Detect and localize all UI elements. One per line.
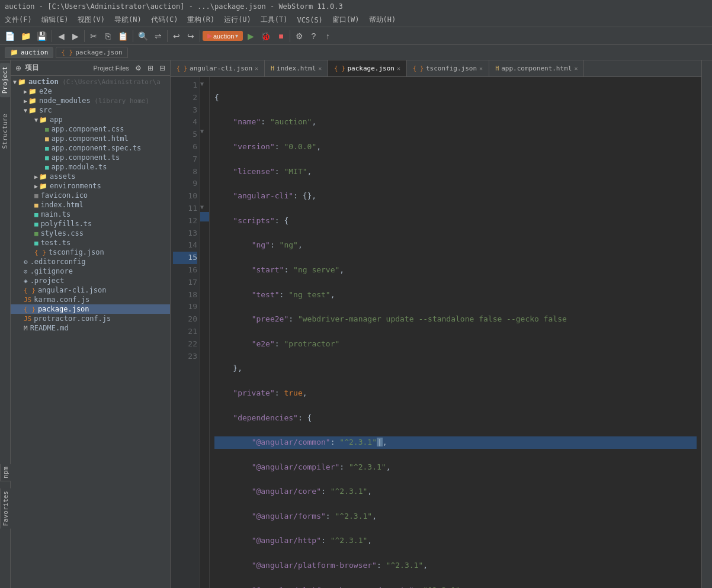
toolbar-sep-1 bbox=[52, 30, 52, 42]
right-side-tabs bbox=[701, 60, 712, 588]
undo-btn[interactable]: ↩ bbox=[170, 30, 183, 43]
search-btn[interactable]: 🔍 bbox=[136, 30, 150, 43]
sidebar-project-files-btn[interactable]: Project Files bbox=[91, 64, 132, 72]
tree-item-angular-cli-json[interactable]: { } angular-cli.json bbox=[11, 285, 170, 295]
gutter-line-22: 22 bbox=[173, 338, 197, 351]
tab-index-html[interactable]: H index.html ✕ bbox=[265, 60, 328, 76]
tree-item-app-component-css[interactable]: ■ app.component.css bbox=[11, 124, 170, 134]
gutter-line-4: 4 bbox=[173, 116, 197, 128]
menu-run[interactable]: 运行(U) bbox=[219, 14, 256, 26]
tree-item-main-ts[interactable]: ■ main.ts bbox=[11, 210, 170, 219]
menu-refactor[interactable]: 重构(R) bbox=[182, 14, 219, 26]
tree-item-app-component-spec[interactable]: ■ app.component.spec.ts bbox=[11, 143, 170, 153]
code-line-20: "@angular/platform-browser": "^2.3.1", bbox=[214, 560, 697, 572]
tree-item-assets[interactable]: ▶ 📁 assets bbox=[11, 172, 170, 181]
tab-package-json-close[interactable]: ✕ bbox=[397, 65, 400, 72]
open-btn[interactable]: 📁 bbox=[18, 30, 33, 43]
title-bar: auction - [C:\Users\Administrator\auctio… bbox=[0, 0, 712, 13]
stop-btn[interactable]: ■ bbox=[274, 30, 287, 43]
sidebar-gear-btn[interactable]: ⚙ bbox=[133, 63, 144, 73]
nav-tab-auction-label: auction bbox=[21, 49, 48, 56]
paste-btn[interactable]: 📋 bbox=[116, 30, 130, 43]
tab-tsconfig[interactable]: { } tsconfig.json ✕ bbox=[407, 60, 489, 76]
tree-item-favicon[interactable]: ■ favicon.ico bbox=[11, 191, 170, 200]
sidebar-btn-1[interactable]: ⊕ bbox=[13, 63, 24, 73]
menu-help[interactable]: 帮助(H) bbox=[364, 14, 401, 26]
menu-tools[interactable]: 工具(T) bbox=[256, 14, 293, 26]
code-line-8: "start": "ng serve", bbox=[214, 264, 697, 277]
fold-2-blank bbox=[200, 89, 209, 98]
tree-item-e2e[interactable]: ▶ 📁 e2e bbox=[11, 86, 170, 96]
tree-item-readme[interactable]: M README.md bbox=[11, 323, 170, 333]
tab-app-component-html[interactable]: H app.component.html ✕ bbox=[489, 60, 584, 76]
gutter-line-18: 18 bbox=[173, 289, 197, 301]
sidebar-expand-btn[interactable]: ⊞ bbox=[145, 63, 156, 73]
run-config-btn[interactable]: ▶ auction ▾ bbox=[203, 31, 243, 41]
tab-tsconfig-close[interactable]: ✕ bbox=[479, 65, 483, 72]
tree-item-karma-conf[interactable]: JS karma.conf.js bbox=[11, 295, 170, 304]
npm-tab[interactable]: npm bbox=[0, 464, 11, 481]
tree-item-app[interactable]: ▼ 📁 app bbox=[11, 115, 170, 124]
tree-item-package-json[interactable]: { } package.json bbox=[11, 304, 170, 314]
fold-6[interactable]: ▼ bbox=[200, 127, 209, 136]
tree-item-test-ts[interactable]: ■ test.ts bbox=[11, 238, 170, 248]
forward-btn[interactable]: ▶ bbox=[69, 30, 82, 43]
sidebar-collapse-btn[interactable]: ⊟ bbox=[157, 63, 168, 73]
tree-item-tsconfig[interactable]: { } tsconfig.json bbox=[11, 248, 170, 257]
cut-btn[interactable]: ✂ bbox=[87, 30, 100, 43]
code-content[interactable]: { "name": "auction", "version": "0.0.0",… bbox=[210, 77, 701, 588]
tree-item-src[interactable]: ▼ 📁 src bbox=[11, 105, 170, 115]
favorites-tab[interactable]: Favorites bbox=[0, 489, 11, 529]
menu-edit[interactable]: 编辑(E) bbox=[37, 14, 73, 26]
tab-angular-cli-label: angular-cli.json bbox=[190, 65, 252, 72]
update-btn[interactable]: ↑ bbox=[321, 30, 334, 43]
new-file-btn[interactable]: 📄 bbox=[2, 30, 17, 43]
tab-index-html-close[interactable]: ✕ bbox=[318, 65, 322, 72]
tab-app-component-html-close[interactable]: ✕ bbox=[574, 65, 578, 72]
menu-vcs[interactable]: VCS(S) bbox=[293, 15, 328, 25]
menu-bar: 文件(F) 编辑(E) 视图(V) 导航(N) 代码(C) 重构(R) 运行(U… bbox=[0, 13, 712, 27]
tree-item-editorconfig[interactable]: ⚙ .editorconfig bbox=[11, 257, 170, 266]
back-btn[interactable]: ◀ bbox=[54, 30, 68, 43]
line-numbers: 1 2 3 4 5 6 7 8 9 10 11 12 13 14 15 16 1… bbox=[171, 77, 200, 588]
menu-code[interactable]: 代码(C) bbox=[146, 14, 183, 26]
save-btn[interactable]: 💾 bbox=[34, 30, 49, 43]
tree-item-styles[interactable]: ■ styles.css bbox=[11, 229, 170, 238]
copy-btn[interactable]: ⎘ bbox=[101, 30, 114, 43]
tree-item-app-component-ts[interactable]: ■ app.component.ts bbox=[11, 153, 170, 162]
menu-file[interactable]: 文件(F) bbox=[0, 14, 37, 26]
code-line-1: { bbox=[214, 92, 697, 104]
tree-item-app-module[interactable]: ■ app.module.ts bbox=[11, 162, 170, 172]
project-tab[interactable]: Project bbox=[0, 63, 10, 97]
tree-item-protractor[interactable]: JS protractor.conf.js bbox=[11, 314, 170, 323]
run-btn[interactable]: ▶ bbox=[244, 30, 257, 43]
tree-item-index-html[interactable]: ■ index.html bbox=[11, 200, 170, 210]
settings-btn[interactable]: ⚙ bbox=[293, 30, 306, 43]
tree-item-node_modules[interactable]: ▶ 📁 node_modules (library home) bbox=[11, 96, 170, 105]
code-line-16: "@angular/compiler": "^2.3.1", bbox=[214, 461, 697, 474]
help-btn[interactable]: ? bbox=[307, 30, 320, 43]
tree-item-environments[interactable]: ▶ 📁 environments bbox=[11, 181, 170, 191]
nav-tab-auction[interactable]: 📁 auction bbox=[5, 47, 53, 58]
menu-navigate[interactable]: 导航(N) bbox=[110, 14, 146, 26]
menu-view[interactable]: 视图(V) bbox=[73, 14, 110, 26]
tree-item-gitignore[interactable]: ⊘ .gitignore bbox=[11, 266, 170, 276]
fold-1[interactable]: ▼ bbox=[200, 79, 209, 89]
tab-angular-cli-close[interactable]: ✕ bbox=[255, 65, 258, 72]
code-line-18: "@angular/forms": "^2.3.1", bbox=[214, 510, 697, 523]
debug-btn[interactable]: 🐞 bbox=[258, 30, 273, 43]
fold-22-blank bbox=[200, 278, 209, 288]
nav-tab-package[interactable]: { } package.json bbox=[56, 47, 127, 58]
structure-tab[interactable]: Structure bbox=[0, 110, 10, 153]
fold-14[interactable]: ▼ bbox=[200, 203, 209, 212]
tab-package-json[interactable]: { } package.json ✕ bbox=[328, 60, 407, 76]
tree-item-project[interactable]: ◈ .project bbox=[11, 276, 170, 285]
tab-angular-cli[interactable]: { } angular-cli.json ✕ bbox=[171, 60, 265, 76]
tree-item-polyfills[interactable]: ■ polyfills.ts bbox=[11, 219, 170, 229]
redo-btn[interactable]: ↪ bbox=[184, 30, 197, 43]
menu-window[interactable]: 窗口(W) bbox=[328, 14, 364, 26]
gutter-line-13: 13 bbox=[173, 227, 197, 240]
tree-item-app-component-html[interactable]: ■ app.component.html bbox=[11, 134, 170, 143]
tree-item-auction[interactable]: ▼ 📁 auction (C:\Users\Administrator\a bbox=[11, 77, 170, 86]
replace-btn[interactable]: ⇌ bbox=[152, 30, 165, 43]
